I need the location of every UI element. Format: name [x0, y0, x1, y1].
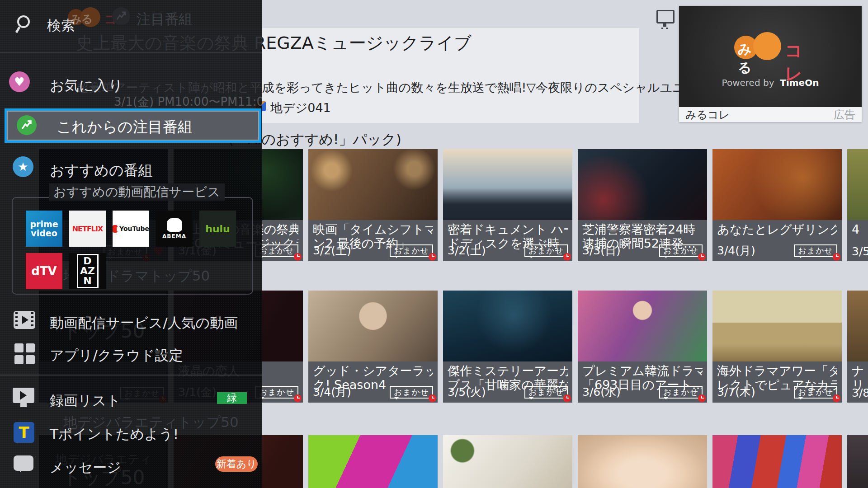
youtube-play-icon [113, 225, 118, 233]
powered-by: Powered by TimeOn [679, 77, 862, 88]
program-card[interactable]: プレミアム韓流ドラマ 「693日目のアート… 3/6(水) おまかせ [578, 291, 707, 403]
rec-clock-icon [294, 394, 302, 402]
rec-clock-icon [429, 253, 436, 261]
omakase-badge: おまかせ [390, 244, 433, 257]
rec-clock-icon [833, 394, 840, 402]
heart-icon: ♥ [9, 71, 30, 92]
service-tile-primevideo[interactable]: prime video [26, 211, 62, 247]
program-thumbnail [578, 291, 707, 361]
program-thumbnail [578, 435, 707, 488]
program-thumbnail [443, 149, 572, 220]
service-tile-abema[interactable]: ABEMA [156, 211, 193, 247]
program-card[interactable]: グッド・シアターラッ ク! Season4 3/4(月) おまかせ [308, 291, 438, 403]
program-card[interactable]: 傑作ミステリーアーカイ ブス「甘噛家の華麗な… 3/5(火) おまかせ [443, 291, 572, 403]
program-thumbnail [443, 291, 572, 361]
program-thumbnail [712, 435, 842, 488]
sidebar-menu: 検索 ♥ お気に入り これからの注目番組 ★ おすすめの番組 おすすめの動画配信… [0, 0, 262, 488]
program-card[interactable]: あなたとレグザリンク 3/4(月) おまかせ [712, 149, 842, 261]
program-thumbnail [712, 291, 842, 361]
ad-banner[interactable]: みる コレ Powered by TimeOn みるコレ 広告 [679, 6, 862, 122]
recordings-icon [13, 388, 34, 403]
grid-icon [14, 343, 35, 364]
program-thumbnail [308, 435, 438, 488]
divider [0, 375, 262, 375]
search-icon [14, 14, 34, 34]
rec-clock-icon [563, 394, 571, 402]
ad-label: 広告 [834, 108, 855, 122]
rec-clock-icon [429, 394, 436, 402]
divider [0, 52, 262, 53]
abema-mascot-icon [167, 218, 182, 232]
rec-clock-icon [698, 394, 706, 402]
program-date: 3/2(土) [313, 243, 351, 258]
program-thumbnail [847, 291, 868, 361]
omakase-badge: おまかせ [794, 244, 837, 257]
program-card[interactable] [712, 435, 842, 488]
omakase-badge: おまかせ [659, 244, 703, 257]
program-card[interactable]: 海外ドラマアワー「ダイ レクトでピュアなカラ… 3/7(木) おまかせ [712, 291, 842, 403]
sidebar-item-upcoming[interactable]: これからの注目番組 [5, 108, 261, 143]
omakase-badge: おまかせ [524, 244, 568, 257]
program-card[interactable] [847, 435, 868, 488]
ad-caption: みるコレ [685, 108, 730, 122]
service-tile-dtv[interactable]: dTV [26, 253, 62, 289]
program-card[interactable] [578, 435, 707, 488]
program-thumbnail [308, 149, 438, 220]
ad-image: みる コレ Powered by TimeOn [679, 6, 862, 107]
trend-icon [17, 115, 37, 135]
program-thumbnail [443, 435, 572, 488]
rec-clock-icon [833, 253, 840, 261]
services-section-label: おすすめの動画配信サービス [49, 183, 225, 201]
service-tile-dazn[interactable]: DAZN [69, 253, 106, 289]
message-bubble-icon [14, 455, 33, 471]
program-card[interactable]: ナ リ 3/8 [847, 291, 868, 403]
program-card[interactable]: 4 3/5 [847, 149, 868, 261]
service-tile-youtube[interactable]: YouTube [113, 211, 149, 247]
service-tile-hulu[interactable]: hulu [199, 211, 236, 247]
program-card[interactable]: 映画「タイムシフトマシ ン2 最後の予約」 3/2(土) おまかせ [308, 149, 438, 261]
omakase-badge: おまかせ [659, 386, 703, 399]
display-icon [656, 10, 675, 23]
rec-clock-icon [563, 253, 571, 261]
program-thumbnail [712, 149, 842, 220]
tpoint-icon: T [14, 422, 34, 443]
omakase-badge: おまかせ [794, 386, 837, 399]
program-thumbnail [578, 149, 707, 220]
new-message-badge: 新着あり [215, 456, 258, 472]
program-thumbnail [308, 291, 438, 361]
program-thumbnail [847, 435, 868, 488]
omakase-badge: おまかせ [390, 386, 433, 399]
program-card[interactable]: HALLO!! WHAT!? BANG! [308, 435, 438, 488]
rec-clock-icon [698, 253, 706, 261]
star-icon: ★ [13, 156, 33, 177]
film-icon [14, 311, 35, 329]
tv-screen: 史上最大の音楽の祭典 REGZAミュージックライブ 超豪華アーティスト陣が昭和と… [0, 0, 868, 488]
rec-clock-icon [294, 253, 302, 261]
omakase-badge: おまかせ [524, 386, 568, 399]
channel-name: 地デジ041 [270, 100, 331, 116]
program-card[interactable] [443, 435, 572, 488]
service-tile-netflix[interactable]: NETFLIX [69, 211, 106, 247]
program-card[interactable]: 密着ドキュメント ハー ドディスクを選ぶ時 3/2(土) おまかせ [443, 149, 572, 261]
program-thumbnail [847, 149, 868, 220]
program-card[interactable]: 芝浦警察署密着24時 逮捕の瞬間52連発… 3/3(日) おまかせ [578, 149, 707, 261]
green-button-badge: 緑 [217, 392, 247, 404]
